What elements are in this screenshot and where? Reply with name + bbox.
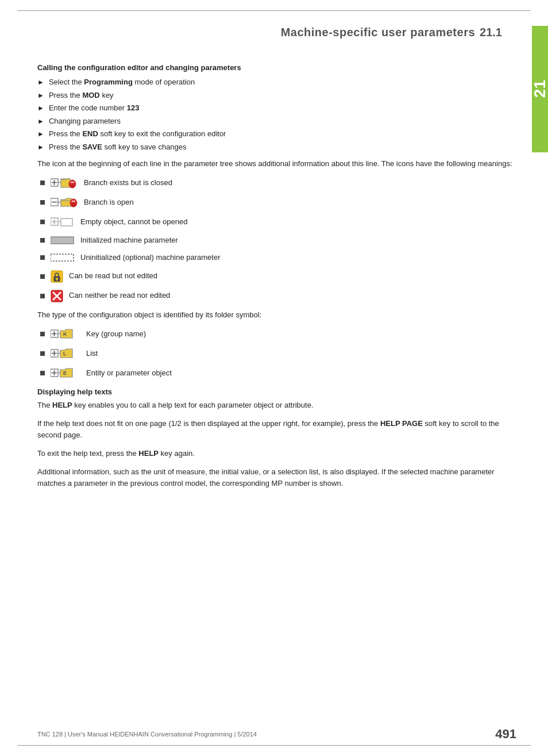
bullet-dot-8	[40, 332, 45, 336]
bold-end: END	[82, 129, 98, 138]
bullet-text-3: Enter the code number 123	[49, 102, 140, 114]
arrow-icon-3: ►	[37, 103, 44, 113]
uninit-param-icon	[51, 253, 75, 262]
bullet-text-2: Press the MOD key	[49, 90, 114, 101]
red-x-label: Can neither be read nor edited	[69, 290, 170, 301]
bullet-item-3: ► Enter the code number 123	[37, 102, 516, 114]
bold-programming: Programming	[84, 78, 133, 86]
lock-label: Can be read but not edited	[69, 271, 157, 281]
init-param-label: Initialized machine parameter	[80, 235, 178, 245]
bold-help-page: HELP PAGE	[380, 419, 423, 428]
chapter-tab: 21	[532, 26, 548, 152]
main-content: Calling the configuration editor and cha…	[37, 63, 516, 727]
bullet-dot-10	[40, 371, 45, 375]
bullet-dot-5	[40, 255, 45, 260]
icon-row-key-folder: K Key (group name)	[37, 328, 516, 340]
icon-row-lock: Can be read but not edited	[37, 270, 516, 283]
section2-heading: Displaying help texts	[37, 387, 516, 396]
help-para-4: Additional information, such as the unit…	[37, 466, 516, 489]
entity-folder-label: Entity or parameter object	[86, 368, 172, 378]
footer-page-number: 491	[495, 727, 516, 742]
bullet-item-5: ► Press the END soft key to exit the con…	[37, 128, 516, 140]
svg-rect-19	[51, 254, 74, 261]
icon-row-red-x: Can neither be read nor edited	[37, 290, 516, 302]
svg-text:L: L	[63, 351, 67, 356]
arrow-icon-1: ►	[37, 77, 44, 87]
bullet-text-5: Press the END soft key to exit the confi…	[49, 128, 226, 140]
folder-desc-para: The type of the configuration object is …	[37, 309, 516, 321]
icon-row-uninit-param: Uninitialized (optional) machine paramet…	[37, 252, 516, 263]
list-folder-label: List	[86, 348, 98, 359]
empty-object-icon	[51, 216, 75, 228]
bullet-item-2: ► Press the MOD key	[37, 90, 516, 101]
bullet-list: ► Select the Programming mode of operati…	[37, 76, 516, 152]
bullet-dot-9	[40, 351, 45, 356]
branch-closed-icon	[51, 176, 78, 189]
svg-text:E: E	[63, 370, 67, 376]
arrow-icon-5: ►	[37, 129, 44, 139]
footer-text: TNC 128 | User's Manual HEIDENHAIN Conve…	[37, 731, 257, 738]
icon-row-entity-folder: E Entity or parameter object	[37, 367, 516, 379]
branch-open-label: Branch is open	[84, 197, 134, 208]
svg-text:K: K	[63, 331, 67, 337]
svg-rect-18	[51, 237, 74, 244]
section1-heading: Calling the configuration editor and cha…	[37, 63, 516, 72]
bullet-dot-4	[40, 238, 45, 243]
bold-save: SAVE	[82, 143, 102, 151]
icon-desc-para: The icon at the beginning of each line i…	[37, 158, 516, 170]
arrow-icon-4: ►	[37, 116, 44, 126]
page-border-top	[17, 10, 531, 11]
icon-row-init-param: Initialized machine parameter	[37, 235, 516, 245]
page-footer: TNC 128 | User's Manual HEIDENHAIN Conve…	[37, 727, 516, 742]
bold-123: 123	[127, 103, 140, 112]
bullet-dot-1	[40, 181, 45, 185]
red-x-icon	[51, 290, 63, 302]
chapter-number: 21	[531, 80, 548, 98]
page-border-bottom	[17, 745, 531, 746]
bullet-item-1: ► Select the Programming mode of operati…	[37, 76, 516, 88]
uninit-param-label: Uninitialized (optional) machine paramet…	[80, 252, 221, 263]
arrow-icon-6: ►	[37, 142, 44, 152]
svg-rect-23	[56, 279, 57, 281]
svg-point-11	[71, 203, 76, 206]
icon-row-branch-open: Branch is open	[37, 196, 516, 209]
svg-rect-17	[61, 218, 72, 226]
page-header: Machine-specific user parameters 21.1	[17, 26, 525, 39]
bullet-text-4: Changing parameters	[49, 116, 121, 127]
key-folder-label: Key (group name)	[86, 329, 146, 339]
icon-row-empty-object: Empty object, cannot be opened	[37, 216, 516, 228]
branch-open-icon	[51, 196, 78, 209]
lock-icon	[51, 270, 63, 283]
bullet-dot-6	[40, 274, 45, 279]
arrow-icon-2: ►	[37, 90, 44, 101]
help-para-3: To exit the help text, press the HELP ke…	[37, 448, 516, 459]
init-param-icon	[51, 236, 75, 245]
icon-row-list-folder: L List	[37, 347, 516, 360]
svg-point-5	[70, 184, 75, 187]
bullet-item-4: ► Changing parameters	[37, 116, 516, 127]
entity-folder-icon: E	[51, 367, 80, 379]
header-title: Machine-specific user parameters	[281, 26, 475, 39]
branch-closed-label: Branch exists but is closed	[84, 178, 172, 188]
bullet-dot-7	[40, 294, 45, 298]
empty-object-label: Empty object, cannot be opened	[80, 217, 187, 227]
help-para-2: If the help text does not fit on one pag…	[37, 418, 516, 441]
help-para-1: The HELP key enables you to call a help …	[37, 400, 516, 411]
list-folder-icon: L	[51, 347, 80, 360]
bold-help-1: HELP	[52, 401, 72, 409]
icon-row-branch-closed: Branch exists but is closed	[37, 176, 516, 189]
bold-help-2: HELP	[138, 449, 159, 458]
bold-mod: MOD	[82, 91, 99, 99]
bullet-dot-3	[40, 220, 45, 224]
bullet-item-6: ► Press the SAVE soft key to save change…	[37, 141, 516, 153]
bullet-text-6: Press the SAVE soft key to save changes	[49, 141, 187, 153]
bullet-text-1: Select the Programming mode of operation	[49, 76, 195, 88]
key-folder-icon: K	[51, 328, 80, 340]
bullet-dot-2	[40, 200, 45, 205]
header-section: 21.1	[480, 26, 502, 39]
